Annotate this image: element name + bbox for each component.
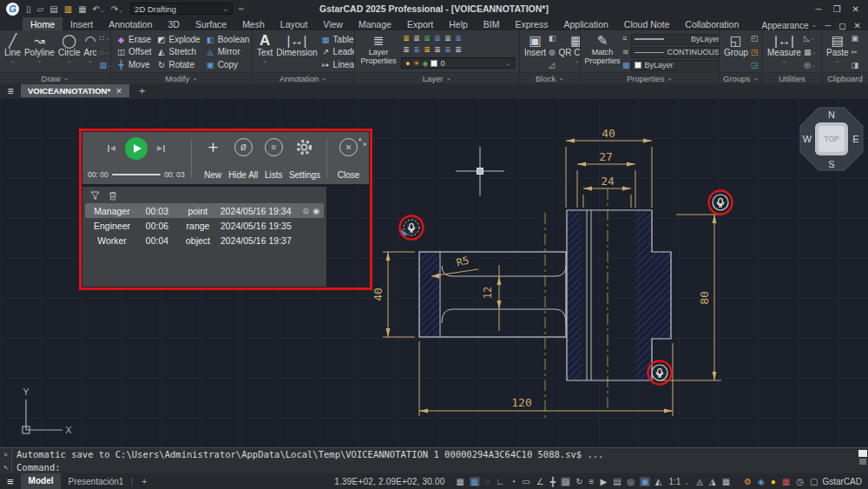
text-button[interactable]: A Text⌄ [255, 32, 274, 72]
layer-walk-icon[interactable]: ≣ [453, 33, 464, 44]
linear-button[interactable]: ↦Linear⌄ [321, 59, 354, 70]
layer-select-combo[interactable]: ● ☀ ◈ 0 ⌄ [401, 57, 515, 69]
layer-unlock-icon[interactable]: ≣ [422, 44, 432, 56]
save-icon[interactable]: ▤ [49, 4, 57, 14]
layer-sun-icon[interactable]: ☀ [412, 59, 419, 68]
block-define-icon[interactable]: ◧ [549, 34, 556, 43]
move-button[interactable]: ╋Move [116, 59, 152, 70]
hatch-tools-icon[interactable]: ▨⌄ [100, 61, 111, 70]
snap-mode-icon[interactable]: ◌ [484, 477, 491, 486]
voice-record-row[interactable]: Manager 00:03 point 2024/05/16 19:34 ⊙ ◉ [85, 203, 324, 218]
hardware-accel-icon[interactable]: ▣ [640, 477, 649, 486]
tab-insert[interactable]: Insert [62, 17, 101, 30]
tab-surface[interactable]: Surface [187, 17, 234, 30]
play-button[interactable] [125, 137, 148, 160]
document-tab[interactable]: VOICEANNOTATION* ✕ [21, 84, 129, 97]
polar-tracking-icon[interactable]: ◔ [510, 477, 516, 486]
mirror-button[interactable]: ◬Mirror [206, 46, 250, 57]
block-edit-icon[interactable]: ◍ [549, 48, 556, 57]
restore-button[interactable]: ❐ [833, 4, 841, 14]
status-menu-icon[interactable]: ≡ [0, 475, 21, 488]
workspace-grid-icon[interactable]: ▦ [721, 477, 731, 486]
copy-button[interactable]: ▣Copy [206, 59, 250, 70]
voice-marker-left[interactable] [400, 216, 424, 240]
minimize-button[interactable]: ─ [816, 4, 822, 14]
layer-off-icon[interactable]: ≣ [401, 44, 411, 56]
linetype-combo[interactable]: CONTINUOUS ⌄ [631, 47, 719, 58]
rotate-button[interactable]: ↻Rotate [157, 59, 201, 70]
layer-on-icon[interactable]: ≣ [401, 33, 411, 44]
area-measure-icon[interactable]: ▦⌄ [804, 48, 817, 57]
add-layout-icon[interactable]: ＋ [133, 475, 155, 487]
point-tools-icon[interactable]: ∷⌄ [100, 34, 111, 43]
erase-button[interactable]: ◆Erase [116, 34, 152, 45]
panel-label-modify[interactable]: Modify [111, 72, 252, 83]
new-file-icon[interactable]: ▯ [26, 4, 31, 14]
tab-annotation[interactable]: Annotation [101, 17, 160, 30]
dynamic-ucs-icon[interactable]: ╋ [549, 477, 556, 486]
light-bulb-icon[interactable]: ● [770, 477, 777, 486]
close-window-button[interactable]: ✕ [852, 4, 859, 14]
skip-to-end-button[interactable]: ▶ [157, 144, 165, 152]
boolean-button[interactable]: ◧Boolean [206, 34, 250, 45]
ortho-icon[interactable]: ∟ [495, 477, 505, 486]
tab-help[interactable]: Help [441, 17, 476, 30]
print-icon[interactable]: ▦ [78, 4, 86, 14]
group-button[interactable]: ◱ Group [722, 32, 750, 72]
close-tab-icon[interactable]: ✕ [115, 87, 122, 96]
tab-layout[interactable]: Layout [273, 17, 316, 30]
tab-bim[interactable]: BIM [476, 17, 508, 30]
appearance-dropdown[interactable]: Appearance [762, 21, 818, 30]
settings-gear-icon[interactable]: ⚙ [743, 477, 753, 486]
tab-mesh[interactable]: Mesh [234, 17, 273, 30]
hide-all-button[interactable]: ø Hide All [228, 136, 259, 181]
transparency-icon[interactable]: ▤ [612, 477, 621, 486]
layer-unisolate-icon[interactable]: ≣ [432, 44, 443, 56]
explode-button[interactable]: ◩Explode [157, 34, 201, 45]
qr-code-button[interactable]: ▦ QR Code⌄ [557, 32, 580, 72]
app-logo-icon[interactable]: G [6, 3, 19, 16]
tab-export[interactable]: Export [399, 17, 441, 30]
open-folder-icon[interactable]: ▱ [37, 4, 44, 14]
layer-match-icon[interactable]: ≣ [443, 44, 453, 56]
layer-isolate-icon[interactable]: ≣ [432, 33, 443, 44]
voice-marker-bottom[interactable] [648, 361, 672, 385]
lists-button[interactable]: ≡ Lists [259, 136, 289, 181]
trash-icon[interactable] [108, 188, 117, 204]
dimension-button[interactable]: |↔| Dimension [274, 32, 319, 72]
ribbon-close-icon[interactable]: ✕ [854, 21, 861, 30]
match-properties-button[interactable]: ✎ Match Properties [583, 32, 621, 72]
stretch-button[interactable]: ◭Stretch [157, 46, 201, 57]
snap-icon[interactable]: ▦ [470, 477, 479, 486]
lock-ui-icon[interactable]: ◈ [757, 477, 766, 486]
workspace-dropdown[interactable]: 2D Drafting ⌄ [130, 3, 233, 15]
tab-express[interactable]: Express [508, 17, 556, 30]
layer-lock-icon[interactable]: ≣ [422, 33, 432, 44]
panel-label-clipboard[interactable]: Clipboard [822, 72, 868, 83]
copy-clip-icon[interactable]: ▣ [852, 34, 859, 43]
group-select-icon[interactable]: ◲ [751, 61, 759, 70]
annotation-visibility-icon[interactable]: ◬ [695, 477, 704, 486]
circle-button[interactable]: ◯ Circle⌄ [56, 32, 82, 72]
angle-measure-icon[interactable]: ◺⌄ [804, 34, 817, 43]
dynamic-input-icon[interactable]: ▭ [521, 477, 530, 486]
tab-cloud-note[interactable]: Cloud Note [616, 17, 678, 30]
id-point-icon[interactable]: ◎⌄ [804, 61, 817, 70]
view-cube[interactable]: N E S W TOP [800, 108, 863, 170]
tab-application[interactable]: Application [556, 17, 615, 30]
color-combo[interactable]: ByLayer ⌄ [631, 60, 719, 71]
arc-button[interactable]: ◠ Arc⌄ [82, 32, 99, 72]
panel-label-annotation[interactable]: Annotation [253, 72, 354, 83]
line-button[interactable]: ╱ Line⌄ [3, 32, 23, 72]
lineweight-combo[interactable]: ByLayer ⌄ [631, 34, 719, 45]
tab-home[interactable]: Home [23, 17, 62, 30]
new-tab-icon[interactable]: ＋ [137, 83, 148, 98]
panel-label-utilities[interactable]: Utilities [763, 72, 821, 83]
scrollbar-button[interactable] [858, 450, 867, 457]
collapse-dialog-icon[interactable] [358, 134, 366, 149]
panel-label-block[interactable]: Block [520, 72, 580, 83]
group-edit-icon[interactable]: ◳ [751, 48, 759, 57]
tab-collaboration[interactable]: Collaboration [677, 17, 746, 30]
lineweight-list-icon[interactable]: ≡ [622, 34, 630, 43]
save-as-icon[interactable]: ▥ [64, 4, 72, 14]
